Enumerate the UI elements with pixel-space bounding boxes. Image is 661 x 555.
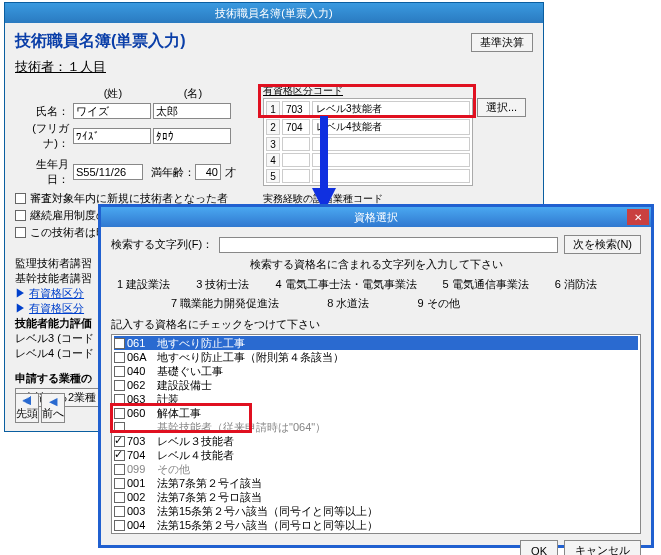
item-code: 062 xyxy=(127,379,155,391)
item-code: 003 xyxy=(127,505,155,517)
list-item[interactable]: 001法第7条第２号イ該当 xyxy=(114,476,638,490)
checkbox[interactable] xyxy=(114,478,125,489)
col-sei: (姓) xyxy=(73,86,153,101)
chk-noprint[interactable] xyxy=(15,227,26,238)
checkbox[interactable] xyxy=(114,506,125,517)
list-item[interactable]: 002法第7条第２号ロ該当 xyxy=(114,490,638,504)
checkbox[interactable] xyxy=(114,464,125,475)
table-row[interactable]: 4 xyxy=(266,153,470,167)
item-code: 703 xyxy=(127,435,155,447)
main-title: 技術職員名簿(単票入力) xyxy=(215,6,332,21)
item-code: 099 xyxy=(127,463,155,475)
checkbox[interactable] xyxy=(114,492,125,503)
item-text: 法第7条第２号ロ該当 xyxy=(157,490,262,505)
tab-item[interactable]: 1 建設業法 xyxy=(117,277,170,292)
item-code: 004 xyxy=(127,519,155,531)
list-item[interactable]: 003法第15条第２号ハ該当（同号イと同等以上） xyxy=(114,504,638,518)
checkbox[interactable] xyxy=(114,520,125,531)
item-text: 地すべり防止工事（附則第４条該当） xyxy=(157,350,344,365)
checkbox[interactable] xyxy=(114,450,125,461)
page-heading: 技術職員名簿(単票入力) xyxy=(15,31,186,52)
item-text: 基幹技能者（従来申請時は"064"） xyxy=(157,420,326,435)
list-item[interactable]: 703レベル３技能者 xyxy=(114,434,638,448)
item-text: 建設設備士 xyxy=(157,378,212,393)
tab-row-2: 7 職業能力開発促進法8 水道法9 その他 xyxy=(111,294,641,313)
std-button[interactable]: 基準決算 xyxy=(471,33,533,52)
list-item[interactable]: 062建設設備士 xyxy=(114,378,638,392)
tab-item[interactable]: 5 電気通信事業法 xyxy=(443,277,529,292)
col-mei: (名) xyxy=(153,86,233,101)
dialog-window: 資格選択 ✕ 検索する文字列(F)： 次を検索(N) 検索する資格名に含まれる文… xyxy=(98,204,654,548)
item-code: 063 xyxy=(127,393,155,405)
list-item[interactable]: 704レベル４技能者 xyxy=(114,448,638,462)
age-input[interactable] xyxy=(195,164,221,180)
checkbox[interactable] xyxy=(114,394,125,405)
link4[interactable]: 有資格区分 xyxy=(29,302,84,314)
furi-sei-input[interactable] xyxy=(73,128,151,144)
search-input[interactable] xyxy=(219,237,558,253)
checkbox[interactable] xyxy=(114,352,125,363)
list-item[interactable]: 099その他 xyxy=(114,462,638,476)
name-mei-input[interactable] xyxy=(153,103,231,119)
checkbox[interactable] xyxy=(114,380,125,391)
code-table: 1703レベル3技能者 2704レベル4技能者 3 4 5 xyxy=(263,98,473,186)
checkbox[interactable] xyxy=(114,408,125,419)
table-row[interactable]: 2704レベル4技能者 xyxy=(266,119,470,135)
main-titlebar: 技術職員名簿(単票入力) xyxy=(5,3,543,23)
item-code: 06A xyxy=(127,351,155,363)
item-code: 061 xyxy=(127,337,155,349)
item-text: 基礎ぐい工事 xyxy=(157,364,223,379)
list-item[interactable]: 06A地すべり防止工事（附則第４条該当） xyxy=(114,350,638,364)
list-item[interactable]: 040基礎ぐい工事 xyxy=(114,364,638,378)
list-item[interactable]: 004法第15条第２号ハ該当（同号ロと同等以上） xyxy=(114,518,638,532)
list-item[interactable]: 060解体工事 xyxy=(114,406,638,420)
tab-item[interactable]: 3 技術士法 xyxy=(196,277,249,292)
ok-button[interactable]: OK xyxy=(520,540,558,555)
tab-item[interactable]: 9 その他 xyxy=(417,296,459,311)
item-text: レベル４技能者 xyxy=(157,448,234,463)
tab-item[interactable]: 4 電気工事士法・電気事業法 xyxy=(275,277,416,292)
item-text: その他 xyxy=(157,462,190,477)
tab-item[interactable]: 6 消防法 xyxy=(555,277,597,292)
item-text: 法第15条第２号ハ該当（同号イと同等以上） xyxy=(157,504,378,519)
item-code: 001 xyxy=(127,477,155,489)
dialog-body: 検索する文字列(F)： 次を検索(N) 検索する資格名に含まれる文字列を入力して… xyxy=(101,227,651,555)
chk-cont[interactable] xyxy=(15,210,26,221)
item-text: 計装 xyxy=(157,392,179,407)
item-text: 法第7条第２号イ該当 xyxy=(157,476,262,491)
qualification-list[interactable]: 061地すべり防止工事06A地すべり防止工事（附則第４条該当）040基礎ぐい工事… xyxy=(111,334,641,534)
table-row[interactable]: 1703レベル3技能者 xyxy=(266,101,470,117)
chk-new[interactable] xyxy=(15,193,26,204)
item-code: 002 xyxy=(127,491,155,503)
checkbox[interactable] xyxy=(114,422,125,433)
note1: 検索する資格名に含まれる文字列を入力して下さい xyxy=(111,257,641,272)
table-row[interactable]: 3 xyxy=(266,137,470,151)
list-item[interactable]: 061地すべり防止工事 xyxy=(114,336,638,350)
close-icon[interactable]: ✕ xyxy=(627,209,649,225)
tab-row-1: 1 建設業法3 技術士法4 電気工事士法・電気事業法5 電気通信事業法6 消防法 xyxy=(111,275,641,294)
nav-buttons: ⯇先頭 ◀前へ xyxy=(15,393,65,423)
furi-mei-input[interactable] xyxy=(153,128,231,144)
link3[interactable]: 有資格区分 xyxy=(29,287,84,299)
checkbox[interactable] xyxy=(114,366,125,377)
sub-heading: 技術者：１人目 xyxy=(15,58,106,76)
birth-input[interactable] xyxy=(73,164,143,180)
nav-prev[interactable]: ◀前へ xyxy=(41,393,65,423)
checkbox[interactable] xyxy=(114,338,125,349)
list-item[interactable]: 基幹技能者（従来申請時は"064"） xyxy=(114,420,638,434)
lbl-sai: 才 xyxy=(225,165,236,180)
list-item[interactable]: 063計装 xyxy=(114,392,638,406)
tab-item[interactable]: 8 水道法 xyxy=(327,296,369,311)
item-code: 704 xyxy=(127,449,155,461)
table-row[interactable]: 5 xyxy=(266,169,470,183)
name-sei-input[interactable] xyxy=(73,103,151,119)
select-code-button[interactable]: 選択... xyxy=(477,98,526,117)
lbl-furi: (フリガナ)： xyxy=(15,121,73,151)
tab-item[interactable]: 7 職業能力開発促進法 xyxy=(171,296,279,311)
sec-code-label: 有資格区分コード xyxy=(263,84,533,98)
search-next-button[interactable]: 次を検索(N) xyxy=(564,235,641,254)
checkbox[interactable] xyxy=(114,436,125,447)
cancel-button[interactable]: キャンセル xyxy=(564,540,641,555)
nav-first[interactable]: ⯇先頭 xyxy=(15,393,39,423)
item-text: 地すべり防止工事 xyxy=(157,336,245,351)
